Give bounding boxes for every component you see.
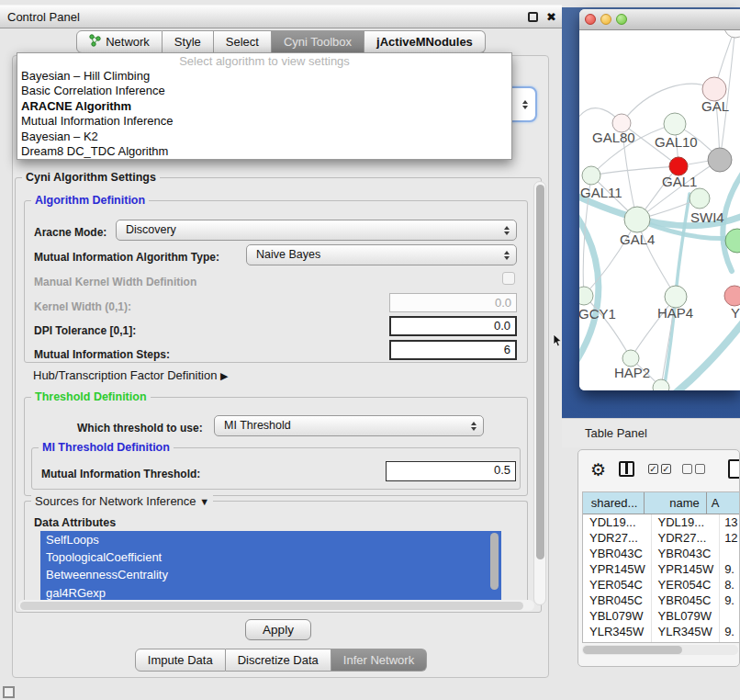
table-panel-card: ⚙ ✓ ✓ shared...nameA YDL19...YDL19...13Y… bbox=[577, 449, 740, 667]
float-panel-icon[interactable] bbox=[528, 12, 538, 22]
tab-cyni-toolbox[interactable]: Cyni Toolbox bbox=[272, 30, 364, 53]
table-row[interactable]: YPR145WYPR145W9. bbox=[583, 561, 740, 577]
tab-network[interactable]: Network bbox=[76, 30, 163, 53]
expanded-arrow-icon: ▼ bbox=[199, 496, 209, 507]
table-cell: YDR27... bbox=[652, 530, 721, 546]
gear-icon[interactable]: ⚙ bbox=[590, 458, 606, 482]
select-all-checkbox-icon[interactable]: ✓ bbox=[648, 464, 658, 474]
dropdown-item-dream8-dc-tdc-algorithm[interactable]: Dream8 DC_TDC Algorithm bbox=[17, 144, 511, 159]
select-all-checkbox-icon2[interactable]: ✓ bbox=[661, 464, 671, 474]
algorithm-dropdown-list: Select algorithm to view settings Bayesi… bbox=[17, 52, 512, 160]
dropdown-item-aracne-algorithm[interactable]: ARACNE Algorithm bbox=[17, 99, 511, 114]
table-row[interactable]: YDL19...YDL19...13 bbox=[583, 514, 740, 530]
tab-select[interactable]: Select bbox=[214, 30, 272, 53]
table-cell: YBL079W bbox=[652, 608, 721, 624]
columns-icon[interactable] bbox=[619, 461, 634, 477]
which-threshold-label: Which threshold to use: bbox=[77, 422, 203, 435]
combo-stepper-icon bbox=[504, 226, 510, 235]
attribute-item-betweennesscentrality[interactable]: BetweennessCentrality bbox=[40, 566, 501, 583]
attribute-item-gal4rgexp[interactable]: gal4RGexp bbox=[40, 584, 501, 602]
kernel-width-label: Kernel Width (0,1): bbox=[34, 300, 131, 313]
network-node-gcy1[interactable] bbox=[579, 287, 593, 305]
aracne-mode-select[interactable]: Discovery bbox=[116, 220, 517, 241]
tab-jactivemnodules[interactable]: jActiveMNodules bbox=[364, 30, 486, 53]
mi-steps-input[interactable]: 6 bbox=[389, 340, 517, 360]
dropdown-item-mutual-information-inference[interactable]: Mutual Information Inference bbox=[17, 114, 511, 129]
mi-threshold-input[interactable]: 0.5 bbox=[386, 461, 516, 481]
network-node-gal4[interactable] bbox=[624, 207, 650, 232]
kernel-width-input[interactable]: 0.0 bbox=[389, 293, 517, 312]
table-row[interactable]: YBR045CYBR045C9. bbox=[583, 593, 740, 608]
table-row[interactable]: YBL079WYBL079W bbox=[583, 608, 740, 624]
sources-group-title[interactable]: Sources for Network Inference ▼ bbox=[31, 494, 213, 508]
tab-discretize-data[interactable]: Discretize Data bbox=[226, 649, 331, 672]
tab-impute-data[interactable]: Impute Data bbox=[135, 649, 226, 672]
network-canvas-svg[interactable]: GALGAL80GAL10GAL1GAL11SWI4GAL4GCY1HAP4YH… bbox=[579, 30, 740, 390]
tab-label: Network bbox=[106, 35, 150, 49]
table-row[interactable]: YLR345WYLR345W9. bbox=[583, 624, 740, 639]
close-traffic-light-icon[interactable] bbox=[585, 14, 596, 25]
deselect-all-checkbox-icon2[interactable] bbox=[695, 464, 705, 474]
table-cell: YDL19... bbox=[652, 514, 721, 530]
mi-steps-label: Mutual Information Steps: bbox=[34, 348, 170, 361]
table-row[interactable]: YIL052CYIL052C9 bbox=[583, 639, 740, 643]
attributes-list-scrollbar[interactable] bbox=[490, 533, 499, 590]
dpi-tolerance-input[interactable]: 0.0 bbox=[389, 316, 517, 336]
column-header-shared[interactable]: shared... bbox=[583, 492, 645, 514]
network-node-y[interactable] bbox=[724, 286, 740, 306]
table-cell: YDR27... bbox=[583, 530, 652, 546]
panel-corner-icon[interactable] bbox=[3, 686, 15, 698]
column-header-a[interactable]: A bbox=[707, 492, 740, 514]
mi-algorithm-type-select[interactable]: Naive Bayes bbox=[246, 244, 517, 265]
close-icon[interactable]: ✖ bbox=[546, 8, 556, 26]
which-threshold-select[interactable]: MI Threshold bbox=[214, 415, 484, 436]
table-cell: 12 bbox=[720, 530, 740, 546]
table-cell: YBR045C bbox=[652, 593, 721, 608]
table-cell: YIL052C bbox=[583, 639, 652, 643]
table-row[interactable]: YBR043CYBR043C bbox=[583, 546, 740, 561]
tab-infer-network[interactable]: Infer Network bbox=[331, 649, 427, 672]
deselect-all-checkbox-icon[interactable] bbox=[682, 464, 692, 474]
node-label-hap4: HAP4 bbox=[657, 305, 693, 321]
dropdown-item-basic-correlation-inference[interactable]: Basic Correlation Inference bbox=[17, 84, 511, 98]
combo-stepper-icon bbox=[522, 100, 528, 109]
control-panel-titlebar: Control Panel ✖ bbox=[0, 5, 562, 28]
table-cell: 13 bbox=[720, 514, 740, 530]
network-node-gal11[interactable] bbox=[582, 166, 600, 185]
dropdown-item-bayesian-k2[interactable]: Bayesian – K2 bbox=[17, 130, 511, 144]
network-window-titlebar[interactable] bbox=[579, 9, 740, 30]
network-node-swi4[interactable] bbox=[690, 188, 710, 209]
dropdown-item-bayesian-hill-climbing[interactable]: Bayesian – Hill Climbing bbox=[17, 69, 511, 84]
minimize-traffic-light-icon[interactable] bbox=[600, 14, 611, 25]
network-edge[interactable] bbox=[667, 317, 740, 390]
table-row[interactable]: YER054CYER054C8. bbox=[583, 577, 740, 593]
attribute-item-topologicalcoefficient[interactable]: TopologicalCoefficient bbox=[40, 548, 501, 566]
table-horizontal-scrollbar[interactable] bbox=[582, 645, 738, 655]
zoom-traffic-light-icon[interactable] bbox=[616, 14, 627, 25]
collapsed-arrow-icon: ▶ bbox=[220, 370, 228, 381]
apply-button[interactable]: Apply bbox=[245, 619, 311, 640]
network-node-gal1[interactable] bbox=[669, 157, 688, 175]
settings-vertical-scrollbar[interactable] bbox=[533, 181, 546, 605]
manual-kernel-checkbox[interactable] bbox=[502, 272, 515, 285]
algorithm-definition-title: Algorithm Definition bbox=[31, 194, 149, 207]
table-cell: YER054C bbox=[583, 577, 652, 593]
settings-horizontal-scrollbar[interactable] bbox=[18, 600, 534, 611]
column-header-name[interactable]: name bbox=[645, 492, 706, 514]
table-cell: YBR043C bbox=[583, 546, 652, 561]
new-table-icon[interactable] bbox=[728, 459, 740, 479]
combo-stepper-icon bbox=[471, 422, 477, 431]
network-node[interactable] bbox=[708, 148, 732, 172]
network-node[interactable] bbox=[725, 229, 740, 253]
attribute-item-selfloops[interactable]: SelfLoops bbox=[40, 531, 501, 548]
network-edge[interactable] bbox=[579, 209, 599, 359]
network-node[interactable] bbox=[724, 30, 740, 38]
tab-style[interactable]: Style bbox=[163, 30, 214, 53]
network-node-gal10[interactable] bbox=[664, 113, 686, 135]
bottom-tab-bar: Impute DataDiscretize DataInfer Network bbox=[0, 649, 562, 672]
table-cell: YBR045C bbox=[583, 593, 652, 608]
dpi-tolerance-label: DPI Tolerance [0,1]: bbox=[34, 324, 136, 337]
table-cell bbox=[720, 546, 740, 561]
table-row[interactable]: YDR27...YDR27...12 bbox=[583, 530, 740, 546]
hub-section-toggle[interactable]: Hub/Transcription Factor Definition ▶ bbox=[33, 368, 228, 382]
